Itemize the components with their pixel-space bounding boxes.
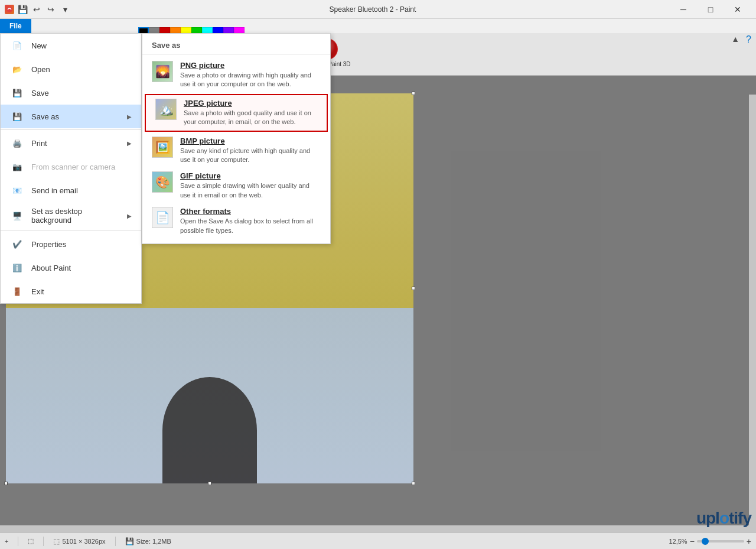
saveas-item-icon-other: 📄 [152,207,173,228]
file-menu-arrow-desktop: ▶ [127,213,132,219]
file-menu-label-properties: Properties [31,240,66,249]
file-menu-icon-email: 📧 [10,183,24,197]
saveas-item-title-bmp: BMP picture [180,137,321,145]
file-menu-label-desktop: Set as desktop background [31,207,120,225]
saveas-item-jpeg[interactable]: 🏔️JPEG pictureSave a photo with good qua… [145,94,328,132]
saveas-item-icon-jpeg: 🏔️ [155,99,177,120]
file-menu-label-scanner: From scanner or camera [31,163,115,171]
saveas-item-desc-other: Open the Save As dialog box to select fr… [180,217,321,235]
svg-point-0 [6,7,12,12]
saveas-item-text-bmp: BMP pictureSave any kind of picture with… [180,137,321,165]
file-menu-icon-saveas: 💾 [10,109,24,124]
file-menu-item-open[interactable]: 📂Open [1,57,141,81]
file-menu-label-open: Open [31,65,50,74]
window-controls: ─ □ ✕ [670,0,751,19]
saveas-item-title-png: PNG picture [180,61,321,70]
file-menu-item-save[interactable]: 💾Save [1,81,141,105]
quick-dropdown-icon[interactable]: ▾ [59,4,71,15]
saveas-item-other[interactable]: 📄Other formatsOpen the Save As dialog bo… [142,203,330,239]
file-menu-item-about[interactable]: ℹ️About Paint [1,256,141,280]
saveas-submenu: Save as 🌄PNG pictureSave a photo or draw… [142,33,331,244]
saveas-item-text-jpeg: JPEG pictureSave a photo with good quali… [184,99,317,127]
saveas-item-desc-jpeg: Save a photo with good quality and use i… [184,109,317,127]
file-menu-label-print: Print [31,139,47,148]
saveas-item-title-gif: GIF picture [180,171,321,180]
file-menu-sep-4 [1,129,141,130]
ribbon-tab-bar: File [0,19,756,33]
file-menu-item-saveas[interactable]: 💾Save as▶ [1,105,141,128]
saveas-header: Save as [142,38,330,55]
file-tab[interactable]: File [0,19,31,33]
file-menu-item-exit[interactable]: 🚪Exit [1,280,141,303]
saveas-item-text-other: Other formatsOpen the Save As dialog box… [180,207,321,235]
file-menu-item-new[interactable]: 📄New [1,34,141,57]
file-menu-label-save: Save [31,89,49,98]
close-button[interactable]: ✕ [724,0,751,19]
file-menu-label-new: New [31,41,47,50]
file-menu-icon-scanner: 📷 [10,160,24,174]
title-bar: 💾 ↩ ↪ ▾ Speaker Bluetooth 2 - Paint ─ □ … [0,0,756,19]
saveas-item-gif[interactable]: 🎨GIF pictureSave a simple drawing with l… [142,168,330,203]
saveas-item-desc-gif: Save a simple drawing with lower quality… [180,181,321,200]
file-menu-icon-save: 💾 [10,86,24,100]
saveas-item-text-gif: GIF pictureSave a simple drawing with lo… [180,171,321,200]
saveas-item-title-jpeg: JPEG picture [184,99,317,108]
file-menu-icon-open: 📂 [10,62,24,76]
file-menu-sep-8 [1,230,141,231]
save-quick-icon[interactable]: 💾 [17,4,28,15]
app-icon [5,5,14,14]
file-menu-item-properties[interactable]: ✔️Properties [1,232,141,256]
file-menu-label-exit: Exit [31,287,44,296]
file-menu-label-saveas: Save as [31,112,59,121]
saveas-item-icon-png: 🌄 [152,61,173,82]
saveas-item-icon-bmp: 🖼️ [152,137,173,158]
saveas-items-container: 🌄PNG pictureSave a photo or drawing with… [142,57,330,239]
quick-access-toolbar: 💾 ↩ ↪ ▾ [17,4,71,15]
file-menu-item-desktop[interactable]: 🖥️Set as desktop background▶ [1,202,141,229]
saveas-item-icon-gif: 🎨 [152,171,173,193]
saveas-item-desc-png: Save a photo or drawing with high qualit… [180,71,321,89]
file-menu-icon-desktop: 🖥️ [10,209,24,223]
saveas-item-title-other: Other formats [180,207,321,216]
saveas-item-text-png: PNG pictureSave a photo or drawing with … [180,61,321,89]
saveas-item-desc-bmp: Save any kind of picture with high quali… [180,147,321,165]
file-menu-icon-new: 📄 [10,38,24,53]
minimize-button[interactable]: ─ [670,0,697,19]
file-menu: 📄New📂Open💾Save💾Save as▶🖨️Print▶📷From sca… [0,33,142,304]
file-menu-item-email[interactable]: 📧Send in email [1,178,141,202]
file-menu-item-print[interactable]: 🖨️Print▶ [1,131,141,155]
file-menu-icon-print: 🖨️ [10,136,24,150]
file-menu-icon-about: ℹ️ [10,261,24,275]
maximize-button[interactable]: □ [697,0,724,19]
undo-icon[interactable]: ↩ [31,4,43,15]
file-menu-label-email: Send in email [31,186,78,195]
saveas-item-bmp[interactable]: 🖼️BMP pictureSave any kind of picture wi… [142,133,330,168]
redo-icon[interactable]: ↪ [45,4,57,15]
file-menu-arrow-saveas: ▶ [127,113,132,120]
file-menu-icon-exit: 🚪 [10,284,24,298]
saveas-item-png[interactable]: 🌄PNG pictureSave a photo or drawing with… [142,57,330,93]
file-menu-icon-properties: ✔️ [10,237,24,251]
file-menu-arrow-print: ▶ [127,140,132,147]
window-title: Speaker Bluetooth 2 - Paint [76,5,670,14]
file-menu-item-scanner: 📷From scanner or camera [1,155,141,178]
file-menu-label-about: About Paint [31,264,71,272]
